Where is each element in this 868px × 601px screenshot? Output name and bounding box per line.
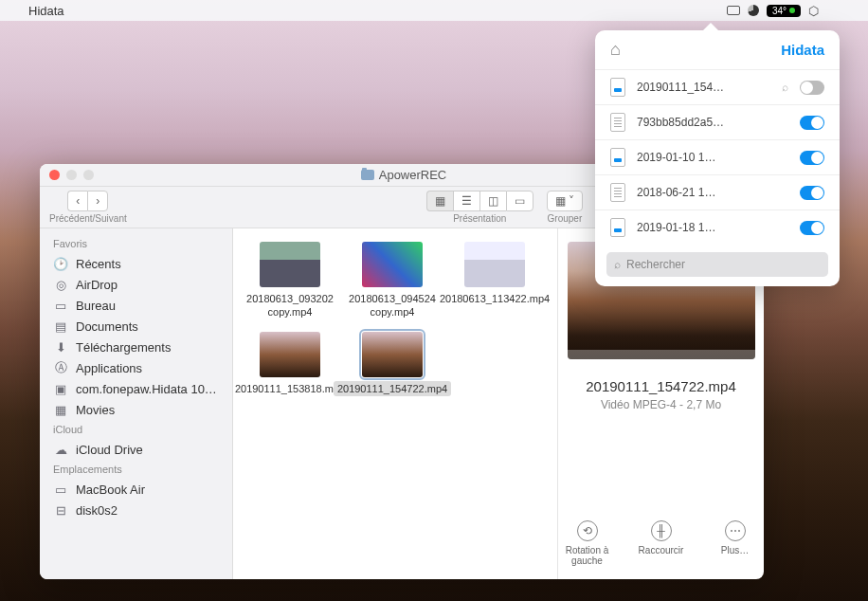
hidata-popover: ⌂ Hidata 20190111_154…⌕793bb85dd2a5…2019…: [595, 30, 840, 286]
file-thumbnail: [362, 242, 423, 287]
toggle-switch[interactable]: [800, 186, 824, 200]
file-name: 20180613_093202 copy.mp4: [241, 291, 339, 320]
sidebar: Favoris 🕑Récents◎AirDrop▭Bureau▤Document…: [40, 228, 233, 579]
popover-filename: 2019-01-18 1…: [637, 221, 788, 234]
minimize-button[interactable]: [66, 170, 77, 180]
disk-icon: ▭: [53, 482, 68, 497]
file-name: 20190111_153818.mp4: [231, 381, 349, 396]
emplacements-header: Emplacements: [40, 460, 232, 479]
more-action[interactable]: ⋯ Plus…: [712, 520, 759, 566]
toggle-switch[interactable]: [800, 116, 824, 130]
group-label: Grouper: [548, 213, 583, 224]
toggle-switch[interactable]: [800, 81, 824, 95]
search-icon[interactable]: ⌕: [782, 81, 788, 94]
file-item[interactable]: 20190111_154722.mp4: [343, 332, 442, 396]
cloud-icon: ☁: [53, 442, 68, 457]
view-mode-segment: ▦ ☰ ◫ ▭: [426, 191, 533, 211]
menubar-right: 34° ⬡: [727, 4, 857, 18]
file-icon: [610, 78, 625, 97]
close-button[interactable]: [49, 170, 60, 180]
forward-button[interactable]: ›: [87, 191, 108, 211]
popover-row: 20190111_154…⌕: [595, 69, 840, 104]
temp-indicator[interactable]: 34°: [767, 5, 801, 17]
sidebar-icon: Ⓐ: [53, 360, 68, 375]
sidebar-icon: 🕑: [53, 256, 68, 271]
file-thumbnail: [260, 332, 320, 377]
preview-title: 20190111_154722.mp4: [586, 378, 735, 394]
popover-row: 793bb85dd2a5…: [595, 104, 840, 139]
icloud-header: iCloud: [40, 420, 232, 439]
popover-row: 2019-01-18 1…: [595, 209, 840, 245]
file-thumbnail: [464, 242, 525, 287]
presentation-label: Présentation: [453, 213, 506, 224]
trim-action[interactable]: ╫ Raccourcir: [638, 520, 685, 566]
rotate-action[interactable]: ⟲ Rotation à gauche: [564, 520, 611, 566]
sidebar-icon: ▤: [53, 319, 68, 334]
popover-search[interactable]: ⌕ Rechercher: [606, 252, 828, 277]
search-icon: ⌕: [614, 258, 621, 271]
file-name: 20180613_113422.mp4: [436, 291, 553, 306]
sidebar-item-label: MacBook Air: [76, 483, 145, 497]
popover-filename: 2019-01-10 1…: [637, 151, 788, 164]
fullscreen-button[interactable]: [83, 170, 94, 180]
menubar-app-name[interactable]: Hidata: [28, 4, 64, 18]
file-item[interactable]: 20180613_093202 copy.mp4: [241, 242, 339, 320]
file-icon: [610, 218, 625, 237]
menubar: Hidata 34° ⬡: [0, 0, 868, 21]
file-name: 20180613_094524 copy.mp4: [343, 291, 442, 320]
toggle-switch[interactable]: [800, 151, 824, 165]
icon-view-button[interactable]: ▦: [426, 191, 453, 211]
more-icon: ⋯: [725, 520, 746, 541]
sidebar-item[interactable]: ▭Bureau: [40, 295, 232, 316]
toggle-switch[interactable]: [800, 221, 824, 235]
pie-icon[interactable]: [748, 5, 759, 16]
sidebar-icon: ▣: [53, 381, 68, 396]
sidebar-item[interactable]: ▦Movies: [40, 399, 232, 420]
home-icon[interactable]: ⌂: [610, 40, 621, 60]
user-icon[interactable]: [826, 5, 857, 16]
files-grid: 20180613_093202 copy.mp420180613_094524 …: [233, 228, 557, 579]
folder-icon: [361, 170, 374, 180]
sidebar-item[interactable]: ☁iCloud Drive: [40, 439, 232, 460]
sidebar-item-label: Bureau: [76, 299, 116, 313]
sidebar-item-label: Movies: [76, 403, 115, 417]
column-view-button[interactable]: ◫: [479, 191, 506, 211]
sidebar-icon: ▦: [53, 402, 68, 417]
back-button[interactable]: ‹: [67, 191, 87, 211]
sidebar-item[interactable]: ⒶApplications: [40, 357, 232, 378]
popover-filename: 2018-06-21 1…: [637, 186, 788, 199]
sidebar-item[interactable]: ▣com.fonepaw.Hidata 10…: [40, 378, 232, 399]
list-view-button[interactable]: ☰: [453, 191, 479, 211]
sidebar-item[interactable]: 🕑Récents: [40, 253, 232, 274]
group-button[interactable]: ▦ ˅: [547, 191, 583, 211]
file-name: 20190111_154722.mp4: [334, 381, 451, 396]
shield-icon[interactable]: ⬡: [808, 4, 819, 18]
sidebar-item[interactable]: ⊟disk0s2: [40, 500, 232, 520]
sidebar-icon: ◎: [53, 277, 68, 292]
sidebar-item[interactable]: ⬇Téléchargements: [40, 337, 232, 357]
popover-row: 2019-01-10 1…: [595, 139, 840, 174]
gallery-view-button[interactable]: ▭: [506, 191, 533, 211]
sidebar-icon: ▭: [53, 298, 68, 313]
sidebar-item[interactable]: ▤Documents: [40, 316, 232, 337]
file-item[interactable]: 20190111_153818.mp4: [241, 332, 339, 396]
popover-row: 2018-06-21 1…: [595, 174, 840, 209]
file-icon: [610, 113, 625, 132]
sidebar-item-label: com.fonepaw.Hidata 10…: [76, 382, 217, 396]
popover-title: Hidata: [781, 42, 824, 58]
sidebar-item[interactable]: ◎AirDrop: [40, 274, 232, 295]
sidebar-item-label: iCloud Drive: [76, 443, 143, 457]
trim-icon: ╫: [651, 520, 672, 541]
search-placeholder: Rechercher: [626, 258, 685, 271]
sidebar-item-label: Téléchargements: [76, 340, 171, 355]
file-item[interactable]: 20180613_094524 copy.mp4: [343, 242, 442, 320]
popover-header: ⌂ Hidata: [595, 30, 840, 69]
file-item[interactable]: 20180613_113422.mp4: [445, 242, 544, 320]
file-icon: [610, 183, 625, 202]
sidebar-item[interactable]: ▭MacBook Air: [40, 479, 232, 500]
wifi-icon[interactable]: [727, 6, 740, 15]
file-icon: [610, 148, 625, 167]
file-thumbnail: [362, 332, 423, 377]
popover-filename: 20190111_154…: [637, 81, 770, 94]
rotate-icon: ⟲: [577, 520, 598, 541]
